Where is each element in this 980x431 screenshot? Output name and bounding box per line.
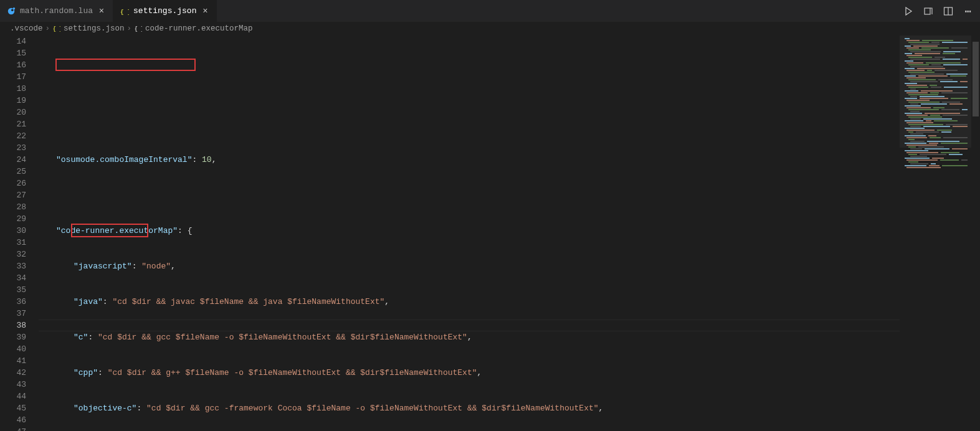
code-line: "c": "cd $dir && gcc $fileName -o $fileN… — [39, 331, 900, 343]
editor-body: 1415161718192021222324252627282930313233… — [0, 36, 980, 431]
line-number[interactable]: 35 — [0, 284, 26, 296]
line-number-gutter[interactable]: 1415161718192021222324252627282930313233… — [0, 36, 39, 431]
svg-text:{ }: { } — [135, 26, 142, 32]
line-number[interactable]: 29 — [0, 213, 26, 225]
line-number[interactable]: 36 — [0, 296, 26, 308]
code-line: "java": "cd $dir && javac $fileName && j… — [39, 296, 900, 308]
line-number[interactable]: 33 — [0, 260, 26, 272]
tab-math-random-lua[interactable]: math.random.lua × — [0, 0, 113, 22]
line-number[interactable]: 30 — [0, 225, 26, 237]
line-number[interactable]: 14 — [0, 36, 26, 47]
vertical-scrollbar[interactable] — [971, 36, 980, 431]
close-icon[interactable]: × — [200, 6, 210, 16]
chevron-right-icon: › — [45, 24, 50, 33]
tab-label: settings.json — [133, 6, 196, 16]
line-number[interactable]: 39 — [0, 331, 26, 343]
code-line — [39, 189, 900, 201]
editor-actions: ⋯ — [897, 0, 980, 22]
json-file-icon: { } — [120, 6, 130, 16]
split-editor-icon[interactable] — [943, 6, 954, 17]
minimap[interactable] — [900, 36, 971, 431]
line-number[interactable]: 38 — [0, 320, 26, 331]
tabs-spacer — [217, 0, 897, 22]
lua-file-icon — [6, 6, 16, 16]
line-number[interactable]: 22 — [0, 130, 26, 142]
line-number[interactable]: 23 — [0, 142, 26, 154]
line-number[interactable]: 32 — [0, 249, 26, 260]
line-number[interactable]: 25 — [0, 166, 26, 178]
line-number[interactable]: 18 — [0, 83, 26, 95]
breadcrumb-symbol[interactable]: { } code-runner.executorMap — [134, 24, 253, 33]
line-number[interactable]: 16 — [0, 59, 26, 71]
line-number[interactable]: 15 — [0, 47, 26, 59]
line-number[interactable]: 28 — [0, 201, 26, 213]
line-number[interactable]: 42 — [0, 367, 26, 379]
code-line: "objective-c": "cd $dir && gcc -framewor… — [39, 402, 900, 414]
run-icon[interactable] — [903, 6, 914, 17]
breadcrumb-folder[interactable]: .vscode — [10, 24, 43, 33]
svg-rect-4 — [925, 8, 930, 14]
minimap-canvas — [903, 38, 968, 306]
code-line: "cpp": "cd $dir && g++ $fileName -o $fil… — [39, 367, 900, 379]
breadcrumb-file[interactable]: { } settings.json — [52, 24, 125, 33]
line-number[interactable]: 26 — [0, 178, 26, 189]
breadcrumb-label: code-runner.executorMap — [145, 24, 253, 33]
editor-root: math.random.lua × { } settings.json × ⋯ … — [0, 0, 980, 431]
line-number[interactable]: 37 — [0, 308, 26, 320]
line-number[interactable]: 17 — [0, 71, 26, 83]
more-actions-icon[interactable]: ⋯ — [963, 6, 974, 17]
svg-point-2 — [11, 9, 14, 11]
line-number[interactable]: 21 — [0, 118, 26, 130]
line-number[interactable]: 20 — [0, 107, 26, 118]
breadcrumb-label: settings.json — [64, 24, 125, 33]
tabs-bar: math.random.lua × { } settings.json × ⋯ — [0, 0, 980, 22]
line-number[interactable]: 43 — [0, 379, 26, 391]
close-icon[interactable]: × — [97, 6, 107, 16]
open-changes-icon[interactable] — [923, 6, 934, 17]
tab-label: math.random.lua — [20, 6, 93, 16]
line-number[interactable]: 47 — [0, 426, 26, 431]
line-number[interactable]: 24 — [0, 154, 26, 166]
svg-text:{ }: { } — [120, 8, 129, 15]
line-number[interactable]: 34 — [0, 272, 26, 284]
breadcrumb-label: .vscode — [10, 24, 43, 33]
line-number[interactable]: 45 — [0, 402, 26, 414]
svg-point-1 — [13, 7, 16, 9]
line-number[interactable]: 27 — [0, 189, 26, 201]
code-line: "code-runner.executorMap": { — [39, 225, 900, 237]
line-number[interactable]: 41 — [0, 355, 26, 367]
chevron-right-icon: › — [127, 24, 132, 33]
code-line: "javascript": "node", — [39, 260, 900, 272]
line-number[interactable]: 40 — [0, 343, 26, 355]
svg-text:{ }: { } — [53, 26, 60, 32]
scrollbar-thumb[interactable] — [973, 42, 979, 116]
code-line: "osumode.comboImageInterval": 10, — [39, 154, 900, 166]
json-file-icon: { } — [52, 24, 61, 33]
line-number[interactable]: 46 — [0, 414, 26, 426]
tab-settings-json[interactable]: { } settings.json × — [113, 0, 217, 22]
current-line-highlight — [39, 320, 900, 331]
symbol-object-icon: { } — [134, 24, 143, 33]
line-number[interactable]: 19 — [0, 95, 26, 107]
line-number[interactable]: 44 — [0, 391, 26, 402]
breadcrumbs[interactable]: .vscode › { } settings.json › { } code-r… — [0, 22, 980, 36]
line-number[interactable]: 31 — [0, 237, 26, 249]
code-area[interactable]: "osumode.comboImageInterval": 10, "code-… — [39, 36, 900, 431]
annotation-box — [55, 59, 196, 71]
